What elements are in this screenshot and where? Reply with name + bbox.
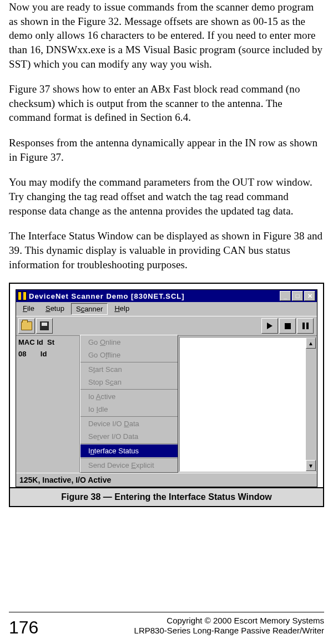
menu-device-io-data[interactable]: Device I/O Data (80, 417, 178, 430)
minimize-button[interactable]: _ (280, 291, 291, 301)
save-button[interactable] (36, 318, 53, 334)
menu-io-active[interactable]: Io Active (80, 390, 178, 403)
menu-setup[interactable]: Setup (41, 303, 69, 315)
play-icon (267, 323, 273, 329)
window-title: DeviceNet Scanner Demo [830NET.SCL] (29, 292, 280, 300)
paragraph-2: Figure 37 shows how to enter an ABx Fast… (9, 82, 324, 125)
col-st: St (47, 338, 54, 346)
data-row[interactable]: 08 Id (18, 347, 77, 360)
paragraph-5: The Interface Status Window can be displ… (9, 229, 324, 272)
toolbar (16, 316, 317, 336)
paragraph-1: Now you are ready to issue commands from… (9, 0, 324, 71)
copyright-line2: LRP830-Series Long-Range Passive Reader/… (134, 626, 324, 635)
stop-button[interactable] (279, 318, 296, 334)
maximize-button[interactable]: □ (292, 291, 303, 301)
body-text: Now you are ready to issue commands from… (9, 0, 324, 272)
scroll-down-button[interactable]: ▼ (306, 460, 316, 471)
col-mac-id: MAC Id (18, 338, 43, 346)
play-button[interactable] (261, 318, 278, 334)
menu-io-idle[interactable]: Io Idle (80, 403, 178, 416)
menu-send-device-explicit[interactable]: Send Device Explicit (80, 459, 178, 472)
content-pane: ▲ ▼ (179, 337, 316, 472)
open-button[interactable] (18, 318, 35, 334)
pause-icon (302, 323, 309, 329)
header-row: MAC Id St (18, 337, 77, 347)
scanner-menu: Go Online Go Offline Start Scan Stop Sca… (80, 335, 178, 473)
menu-go-offline[interactable]: Go Offline (80, 349, 178, 361)
app-icon (18, 292, 27, 300)
footer: 176 Copyright © 2000 Escort Memory Syste… (9, 612, 324, 637)
menu-help[interactable]: Help (110, 303, 134, 315)
copyright: Copyright © 2000 Escort Memory Systems L… (38, 616, 324, 637)
val-st: Id (41, 350, 47, 358)
page-number: 176 (9, 619, 38, 636)
save-icon (40, 321, 49, 330)
menu-file[interactable]: File (18, 303, 39, 315)
paragraph-4: You may modify the command parameters fr… (9, 175, 324, 218)
menu-stop-scan[interactable]: Stop Scan (80, 376, 178, 389)
scrollbar[interactable]: ▲ ▼ (306, 338, 316, 471)
scroll-up-button[interactable]: ▲ (306, 338, 316, 349)
menu-server-io-data[interactable]: Server I/O Data (80, 430, 178, 443)
menu-start-scan[interactable]: Start Scan (80, 363, 178, 376)
open-icon (21, 321, 32, 330)
pause-button[interactable] (297, 318, 314, 334)
close-button[interactable]: ✕ (304, 291, 315, 301)
menu-interface-status[interactable]: Interface Status (80, 444, 178, 457)
menu-scanner[interactable]: Scanner (71, 303, 108, 315)
left-column: MAC Id St 08 Id (16, 336, 80, 473)
val-mac: 08 (18, 350, 26, 358)
copyright-line1: Copyright © 2000 Escort Memory Systems (167, 616, 324, 625)
menu-go-online[interactable]: Go Online (80, 336, 178, 349)
stop-icon (285, 323, 291, 329)
titlebar[interactable]: DeviceNet Scanner Demo [830NET.SCL] _ □ … (16, 290, 317, 302)
figure-38: DeviceNet Scanner Demo [830NET.SCL] _ □ … (9, 283, 324, 507)
menubar: File Setup Scanner Help (16, 302, 317, 316)
figure-caption: Figure 38 — Entering the Interface Statu… (10, 487, 323, 506)
devicenet-window: DeviceNet Scanner Demo [830NET.SCL] _ □ … (16, 289, 317, 487)
paragraph-3: Responses from the antenna dynamically a… (9, 136, 324, 164)
statusbar: 125K, Inactive, I/O Active (16, 473, 317, 487)
